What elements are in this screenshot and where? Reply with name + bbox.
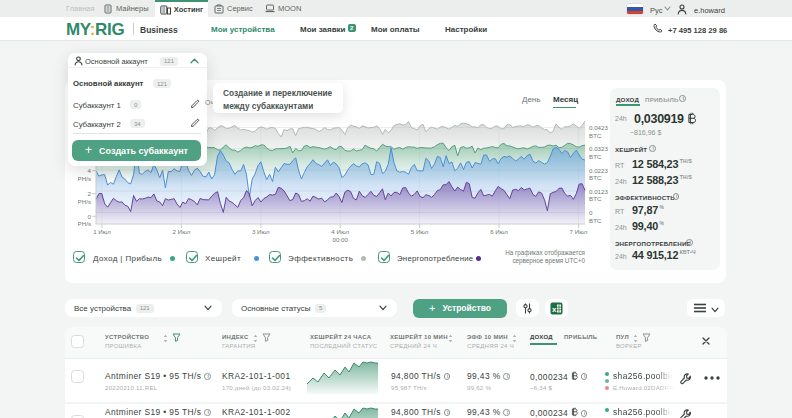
svg-text:0.0223: 0.0223 xyxy=(589,167,608,174)
svg-text:0.0323: 0.0323 xyxy=(589,145,608,152)
svg-text:BTC: BTC xyxy=(589,174,602,181)
svg-text:4: 4 xyxy=(88,167,92,174)
svg-text:0: 0 xyxy=(88,213,92,220)
svg-text:1 Июл: 1 Июл xyxy=(93,228,111,235)
svg-text:4 Июл: 4 Июл xyxy=(331,228,349,235)
svg-text:BTC: BTC xyxy=(589,153,602,160)
svg-text:PH/s: PH/s xyxy=(78,198,91,205)
svg-text:x: x xyxy=(552,304,557,313)
svg-text:PH/s: PH/s xyxy=(78,220,91,227)
svg-text:0.0123: 0.0123 xyxy=(589,188,608,195)
svg-text:PH/s: PH/s xyxy=(78,175,91,182)
svg-text:0.0423: 0.0423 xyxy=(589,124,608,131)
svg-text:7 Июл: 7 Июл xyxy=(570,228,588,235)
svg-text:5 Июл: 5 Июл xyxy=(411,228,429,235)
svg-text:BTC: BTC xyxy=(589,217,602,224)
svg-text:2 Июл: 2 Июл xyxy=(173,228,191,235)
svg-text:3 Июл: 3 Июл xyxy=(252,228,270,235)
svg-text:0: 0 xyxy=(589,209,593,216)
svg-text:BTC: BTC xyxy=(589,195,602,202)
svg-text:00:00: 00:00 xyxy=(332,236,348,243)
svg-text:2: 2 xyxy=(88,190,92,197)
svg-text:6 Июл: 6 Июл xyxy=(490,228,508,235)
svg-text:BTC: BTC xyxy=(589,132,602,139)
